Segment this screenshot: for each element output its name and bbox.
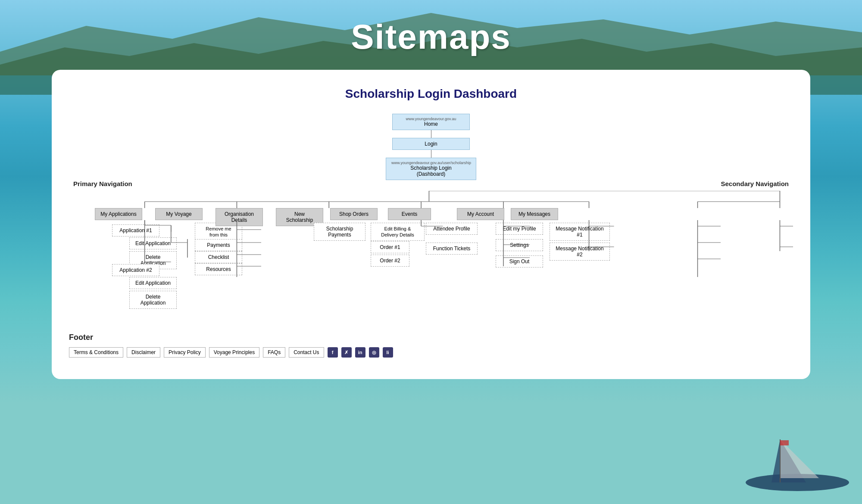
footer-voyage[interactable]: Voyage Principles	[209, 347, 259, 358]
page-title: Sitemaps	[0, 17, 862, 57]
new-scholarship-label: New Scholarship	[286, 211, 313, 223]
my-messages-node[interactable]: My Messages	[511, 208, 558, 220]
twitter-icon[interactable]: ✗	[341, 347, 352, 358]
application-2-node[interactable]: Application #2	[112, 264, 159, 276]
dashboard-node[interactable]: www.youngendeavour.gov.au/user/scholarsh…	[386, 158, 476, 180]
edit-billing-node[interactable]: Edit Billing & Delivery Details	[371, 223, 425, 241]
my-applications-node[interactable]: My Applications	[95, 208, 142, 220]
order-1-label: Order #1	[380, 244, 400, 250]
login-label: Login	[425, 141, 437, 147]
edit-profile-label: Edit my Profile	[503, 226, 536, 232]
home-label: Home	[424, 121, 438, 127]
organisation-details-node[interactable]: Organisation Details	[216, 208, 263, 226]
primary-nav-label: Primary Navigation	[73, 180, 132, 187]
payments-node[interactable]: Payments	[195, 239, 242, 251]
facebook-icon[interactable]: f	[328, 347, 338, 358]
my-account-node[interactable]: My Account	[457, 208, 504, 220]
edit-application-1-label: Edit Application	[135, 240, 171, 246]
delete-application-2-node[interactable]: Delete Application	[129, 291, 177, 309]
footer-section: Footer Terms & Conditions Disclaimer Pri…	[69, 324, 793, 358]
settings-node[interactable]: Settings	[496, 239, 543, 251]
my-voyage-node[interactable]: My Voyage	[155, 208, 203, 220]
order-2-label: Order #2	[380, 258, 400, 264]
sign-out-label: Sign Out	[509, 258, 530, 264]
footer-disclaimer[interactable]: Disclaimer	[127, 347, 160, 358]
instagram-icon[interactable]: ◎	[369, 347, 379, 358]
resources-label: Resources	[206, 266, 231, 272]
footer-links: Terms & Conditions Disclaimer Privacy Po…	[69, 347, 793, 358]
application-1-node[interactable]: Application #1	[112, 224, 159, 236]
edit-application-1-node[interactable]: Edit Application	[129, 237, 177, 249]
order-2-node[interactable]: Order #2	[371, 255, 409, 267]
dashboard-url: www.youngendeavour.gov.au/user/scholarsh…	[391, 161, 471, 165]
scholarship-payments-node[interactable]: Scholarship Payments	[314, 223, 365, 241]
dashboard-label: Scholarship Login (Dashboard)	[410, 165, 451, 177]
my-applications-label: My Applications	[100, 211, 136, 217]
message-notif-2-label: Message Notification #2	[556, 246, 603, 258]
shop-orders-node[interactable]: Shop Orders	[330, 208, 378, 220]
message-notif-1-label: Message Notification #1	[556, 226, 603, 238]
edit-application-2-label: Edit Application	[135, 280, 171, 286]
delete-application-2-label: Delete Application	[141, 294, 166, 306]
events-label: Events	[402, 211, 418, 217]
footer-contact[interactable]: Contact Us	[289, 347, 324, 358]
sign-out-node[interactable]: Sign Out	[496, 255, 543, 268]
my-messages-label: My Messages	[518, 211, 550, 217]
linkedin-icon[interactable]: li	[383, 347, 393, 358]
attendee-profile-node[interactable]: Attendee Profile	[426, 223, 478, 235]
edit-application-2-node[interactable]: Edit Application	[129, 277, 177, 289]
function-tickets-label: Function Tickets	[433, 246, 471, 252]
card-title: Scholarship Login Dashboard	[69, 87, 793, 101]
home-node[interactable]: www.youngendeavour.gov.au Home	[392, 114, 470, 130]
my-account-label: My Account	[467, 211, 494, 217]
edit-billing-label: Edit Billing & Delivery Details	[381, 226, 414, 237]
checklist-label: Checklist	[208, 254, 229, 260]
footer-privacy[interactable]: Privacy Policy	[164, 347, 206, 358]
attendee-profile-label: Attendee Profile	[433, 226, 470, 232]
my-voyage-label: My Voyage	[166, 211, 191, 217]
main-card: Scholarship Login Dashboard www.youngend…	[52, 70, 810, 379]
footer-label: Footer	[69, 333, 793, 342]
message-notif-2-node[interactable]: Message Notification #2	[550, 243, 610, 261]
linkedin-square-icon[interactable]: in	[355, 347, 365, 358]
settings-label: Settings	[510, 242, 528, 248]
application-1-label: Application #1	[119, 227, 152, 233]
order-1-node[interactable]: Order #1	[371, 241, 409, 253]
footer-terms[interactable]: Terms & Conditions	[69, 347, 123, 358]
footer-faqs[interactable]: FAQs	[263, 347, 285, 358]
scholarship-payments-label: Scholarship Payments	[326, 226, 353, 238]
secondary-nav-label: Secondary Navigation	[721, 180, 789, 187]
shop-orders-label: Shop Orders	[339, 211, 369, 217]
events-node[interactable]: Events	[388, 208, 431, 220]
organisation-details-label: Organisation Details	[225, 211, 254, 223]
edit-profile-node[interactable]: Edit my Profile	[496, 223, 543, 235]
checklist-node[interactable]: Checklist	[195, 251, 242, 263]
payments-label: Payments	[207, 242, 230, 248]
home-url: www.youngendeavour.gov.au	[398, 117, 464, 121]
login-node[interactable]: Login	[392, 138, 470, 150]
message-notif-1-node[interactable]: Message Notification #1	[550, 223, 610, 241]
application-2-label: Application #2	[119, 267, 152, 273]
function-tickets-node[interactable]: Function Tickets	[426, 243, 478, 255]
resources-node[interactable]: Resources	[195, 263, 242, 275]
